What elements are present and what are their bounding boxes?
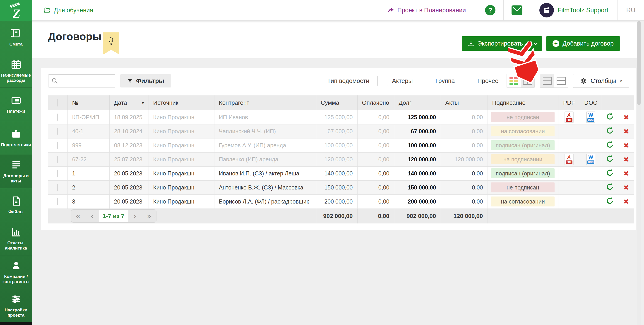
row-checkbox[interactable] xyxy=(57,128,58,135)
sidebar-item-companies[interactable]: Компании / контрагенты xyxy=(0,255,32,289)
row-checkbox[interactable] xyxy=(57,170,58,177)
delete-icon[interactable]: ✖ xyxy=(624,141,629,149)
search-input[interactable] xyxy=(48,74,115,88)
cell-doc xyxy=(580,166,602,180)
cell-paid: 0,00 xyxy=(357,110,394,124)
pdf-file-icon[interactable]: APDF xyxy=(564,112,574,123)
col-header-counterparty[interactable]: Контрагент xyxy=(214,95,316,110)
col-header-paid[interactable]: Оплачено xyxy=(357,95,394,110)
col-header-source[interactable]: Источник xyxy=(148,95,214,110)
cell-pdf: APDF xyxy=(558,152,580,166)
row-checkbox[interactable] xyxy=(57,156,58,163)
row-checkbox[interactable] xyxy=(57,198,58,205)
sidebar-item-smeta[interactable]: Смета xyxy=(0,21,32,54)
contract-row: 320.05.2023Кино ПродакшнБорисов Л.А. (ФЛ… xyxy=(48,194,634,208)
sidebar-item-contracts[interactable]: Договоры и акты xyxy=(0,155,32,188)
dense-rows-view-button[interactable] xyxy=(554,74,568,88)
plain-grid-view-button[interactable] xyxy=(520,74,534,88)
refresh-icon[interactable] xyxy=(606,155,614,163)
col-header-sum[interactable]: Сумма xyxy=(316,95,357,110)
share-arrow-icon xyxy=(387,7,395,14)
delete-icon[interactable]: ✖ xyxy=(624,155,629,163)
row-checkbox[interactable] xyxy=(57,114,58,121)
last-page-button[interactable]: » xyxy=(142,210,156,222)
columns-button[interactable]: Столбцы ˅ xyxy=(573,74,629,88)
cell-status: на согласовании xyxy=(488,194,558,208)
select-all-checkbox[interactable] xyxy=(57,99,58,107)
col-header-signing[interactable]: Подписание xyxy=(488,95,558,110)
cell-acts: 0,00 xyxy=(441,124,488,138)
sidebar-item-accrued[interactable]: Начисляемые расходы xyxy=(0,54,32,88)
clapper-z-logo-icon: Z xyxy=(6,1,26,20)
colored-grid-view-button[interactable] xyxy=(507,74,520,88)
checkbox-actors[interactable] xyxy=(378,76,388,86)
sidebar-item-settings[interactable]: Настройки проекта xyxy=(0,289,32,322)
sidebar-item-label: Смета xyxy=(10,42,23,47)
refresh-icon[interactable] xyxy=(606,197,614,205)
account-menu[interactable]: FilmToolz Support xyxy=(530,0,617,21)
refresh-icon[interactable] xyxy=(606,112,614,121)
next-page-button[interactable]: › xyxy=(128,210,142,222)
sidebar-item-accountables[interactable]: Подотчетники xyxy=(0,121,32,155)
planning-project-link[interactable]: Проект в Планировании xyxy=(387,0,477,21)
language-selector[interactable]: RU xyxy=(618,0,644,21)
sidebar-item-files[interactable]: Файлы xyxy=(0,188,32,222)
delete-icon[interactable]: ✖ xyxy=(624,113,629,121)
list-icon xyxy=(11,160,22,170)
col-header-num[interactable]: № xyxy=(68,95,109,110)
hint-bookmark[interactable] xyxy=(103,33,119,55)
pagination: « ‹ 1-7 из 7 › » xyxy=(71,209,156,223)
col-header-debt[interactable]: Долг xyxy=(394,95,441,110)
mail-button[interactable] xyxy=(504,0,530,21)
cell-source: Кино Продакшн xyxy=(148,124,214,138)
cell-source: Кино Продакшн xyxy=(148,180,214,194)
filter-checkbox-group-group: Группа xyxy=(421,76,455,86)
delete-icon[interactable]: ✖ xyxy=(624,127,629,135)
contracts-table: № Дата▼ Источник Контрагент Сумма Оплаче… xyxy=(48,95,634,223)
contracts-table-wrap: № Дата▼ Источник Контрагент Сумма Оплаче… xyxy=(48,95,636,223)
delete-icon[interactable]: ✖ xyxy=(624,184,629,191)
sidebar-item-payments[interactable]: Платежи xyxy=(0,88,32,121)
help-button[interactable]: ? xyxy=(477,0,504,21)
checkbox-group[interactable] xyxy=(421,76,431,86)
row-checkbox[interactable] xyxy=(57,142,58,149)
cell-paid: 0,00 xyxy=(357,180,394,194)
filters-button[interactable]: Фильтры xyxy=(120,74,171,88)
refresh-icon[interactable] xyxy=(606,183,614,191)
sidebar-item-label: Подотчетники xyxy=(1,142,31,147)
sheet-type-label: Тип ведомости xyxy=(327,78,369,85)
col-header-doc[interactable]: DOC xyxy=(580,95,602,110)
pdf-file-icon[interactable]: APDF xyxy=(564,154,574,165)
doc-file-icon[interactable]: WDOC xyxy=(586,112,595,123)
cell-date: 25.07.2023 xyxy=(109,152,148,166)
total-sum: 902 000,00 xyxy=(316,208,357,223)
split-row-view-button[interactable] xyxy=(540,74,554,88)
row-checkbox[interactable] xyxy=(57,184,58,191)
checkbox-other[interactable] xyxy=(463,76,473,86)
col-header-acts[interactable]: Акты xyxy=(441,95,488,110)
sidebar-item-reports[interactable]: Отчеты, аналитика xyxy=(0,222,32,255)
scrollbar-thumb[interactable] xyxy=(637,21,640,105)
refresh-icon[interactable] xyxy=(606,169,614,177)
cell-date: 08.12.2023 xyxy=(109,138,148,152)
prev-page-button[interactable]: ‹ xyxy=(85,210,99,222)
checkbox-label-actors: Актеры xyxy=(392,78,413,85)
download-icon xyxy=(468,40,474,47)
filter-bar: Фильтры Тип ведомости АктерыГруппаПрочее xyxy=(48,74,629,88)
app-logo[interactable]: Z xyxy=(0,0,32,21)
refresh-icon[interactable] xyxy=(606,141,614,149)
col-header-pdf[interactable]: PDF xyxy=(558,95,580,110)
delete-icon[interactable]: ✖ xyxy=(624,198,629,206)
delete-icon[interactable]: ✖ xyxy=(624,170,629,177)
current-project-link[interactable]: Для обучения xyxy=(43,7,93,14)
refresh-icon[interactable] xyxy=(606,126,614,135)
add-contract-button[interactable]: + Добавить договор xyxy=(546,36,620,51)
contract-row: 120.05.2023Кино ПродакшнИванов И.П. (СЗ)… xyxy=(48,166,634,180)
first-page-button[interactable]: « xyxy=(71,210,85,222)
cell-status: на подписании xyxy=(488,152,558,166)
export-dropdown-button[interactable] xyxy=(529,36,542,51)
export-button[interactable]: Экспортировать xyxy=(462,36,529,51)
col-header-date[interactable]: Дата▼ xyxy=(109,95,148,110)
doc-file-icon[interactable]: WDOC xyxy=(586,154,595,165)
scrollbar[interactable] xyxy=(637,21,641,325)
